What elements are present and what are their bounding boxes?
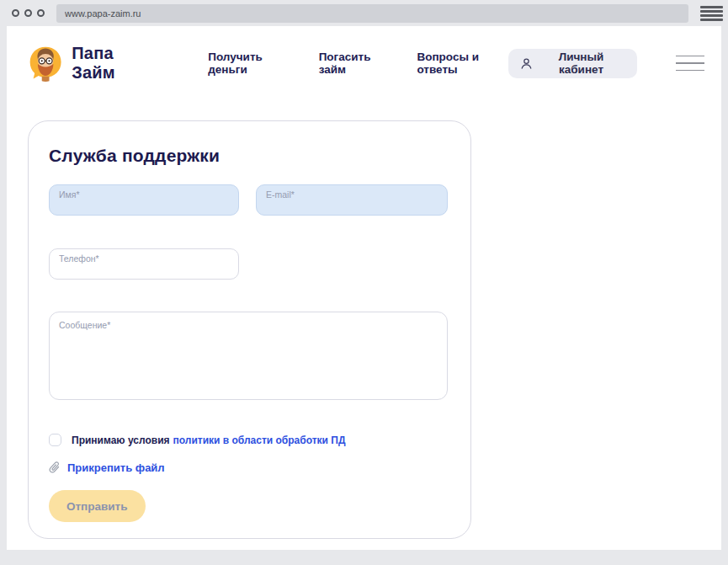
support-card: Служба поддержки Принимаю условияполитик… — [28, 120, 471, 539]
page-viewport: Папа Займ Получить деньги Погасить займ … — [7, 26, 721, 550]
email-input[interactable] — [256, 184, 448, 216]
privacy-policy-link[interactable]: политики в области обработки ПД — [173, 434, 346, 446]
consent-checkbox[interactable] — [49, 434, 61, 446]
main-nav: Получить деньги Погасить займ Вопросы и … — [208, 51, 508, 76]
papa-zaim-mascot-icon — [28, 42, 63, 84]
name-email-row — [49, 184, 448, 216]
browser-chrome-bar — [0, 0, 728, 26]
page-title: Служба поддержки — [49, 146, 448, 166]
nav-questions-answers[interactable]: Вопросы и ответы — [417, 51, 508, 76]
window-control-minimize-icon[interactable] — [24, 9, 32, 17]
browser-window: Папа Займ Получить деньги Погасить займ … — [0, 0, 728, 565]
message-textarea[interactable] — [49, 312, 448, 400]
brand-name: Папа Займ — [72, 44, 151, 83]
attach-file-control[interactable]: Прикрепить файл — [49, 461, 165, 474]
nav-repay-loan[interactable]: Погасить займ — [319, 51, 391, 76]
personal-account-button[interactable]: Личный кабинет — [508, 49, 637, 78]
window-controls — [12, 9, 45, 17]
personal-account-label: Личный кабинет — [540, 51, 622, 76]
phone-input[interactable] — [49, 248, 239, 280]
paperclip-icon — [49, 461, 61, 474]
site-header: Папа Займ Получить деньги Погасить займ … — [7, 26, 721, 85]
name-input[interactable] — [49, 184, 239, 216]
window-control-close-icon[interactable] — [12, 9, 19, 17]
consent-text-static: Принимаю условия — [72, 434, 170, 446]
consent-row: Принимаю условияполитики в области обраб… — [49, 432, 448, 447]
window-control-maximize-icon[interactable] — [37, 9, 45, 17]
browser-menu-icon[interactable] — [699, 3, 725, 24]
user-icon — [520, 56, 533, 71]
logo[interactable]: Папа Займ — [28, 42, 151, 84]
address-bar[interactable] — [56, 4, 688, 23]
consent-text: Принимаю условияполитики в области обраб… — [72, 432, 345, 447]
attach-file-label: Прикрепить файл — [67, 461, 165, 474]
nav-get-money[interactable]: Получить деньги — [208, 51, 291, 76]
hamburger-menu-icon[interactable] — [676, 52, 704, 75]
submit-button[interactable]: Отправить — [49, 490, 146, 522]
